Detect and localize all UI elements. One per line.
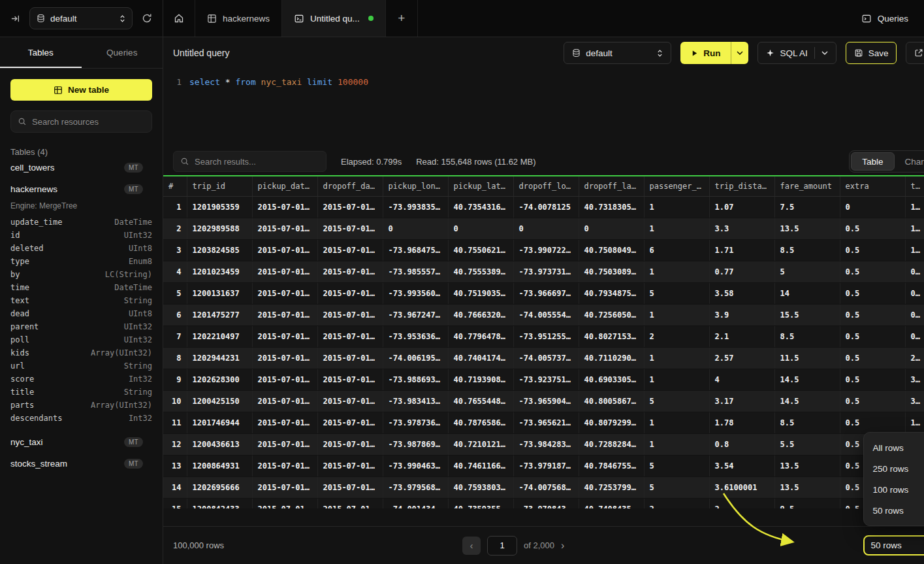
run-options-button[interactable] [731,42,748,64]
column-header[interactable]: pickup_dat… [252,176,317,196]
cell[interactable]: -73.965904… [513,390,579,412]
column-header[interactable]: dropoff_da… [317,176,383,196]
cell[interactable]: 40.7876586… [448,412,513,433]
cell[interactable]: 40.8005867… [579,390,644,412]
cell[interactable]: -73.993835… [383,196,448,218]
cell[interactable]: 0.5 [840,282,905,304]
cell[interactable]: 2015-07-01… [317,412,383,433]
sql-editor[interactable]: 1 select * from nyc_taxi limit 100000 [163,69,924,148]
cell[interactable]: 1201475277 [187,304,252,325]
save-button[interactable]: Save [846,42,897,64]
cell[interactable]: 1202989588 [187,218,252,239]
cell[interactable]: 40.7666320… [448,304,513,325]
cell[interactable]: 2015-07-01… [252,455,317,476]
cell[interactable]: 1202944231 [187,347,252,369]
cell[interactable]: 0.5 [840,347,905,369]
query-database-selector[interactable]: default [564,42,671,64]
cell[interactable]: 2015-07-01… [317,369,383,390]
cell[interactable]: -73.923751… [513,369,579,390]
column-header[interactable]: fare_amount [774,176,840,196]
cell[interactable]: 40.6903305… [579,369,644,390]
cell[interactable]: 6 [644,239,709,261]
cell[interactable]: 2015-07-01… [252,325,317,347]
cell[interactable]: 2015-07-01… [317,476,383,498]
cell[interactable]: 2 [644,325,709,347]
cell[interactable]: 3… [905,369,924,390]
database-selector[interactable]: default [29,7,133,29]
cell[interactable]: 40.7519035… [448,282,513,304]
cell[interactable]: 8.5 [774,325,840,347]
cell[interactable]: 1… [905,218,924,239]
cell[interactable]: 0 [448,218,513,239]
rows-per-page-select[interactable]: 50 rows [863,535,924,556]
cell[interactable]: 2.1 [709,325,774,347]
cell[interactable]: 2015-07-01… [317,304,383,325]
cell[interactable]: -73.988693… [383,369,448,390]
cell[interactable]: 1 [644,304,709,325]
cell[interactable]: 2015-07-01… [252,282,317,304]
cell[interactable]: 0 [579,218,644,239]
cell[interactable]: 0.5 [840,218,905,239]
cell[interactable]: 2015-07-01… [252,347,317,369]
cell[interactable]: 5 [644,455,709,476]
cell[interactable]: -73.951255… [513,325,579,347]
sidebar-item-nyc-taxi[interactable]: nyc_taxi MT [10,431,152,453]
cell[interactable]: 0 [383,218,448,239]
cell[interactable]: -74.005737… [513,347,579,369]
cell[interactable]: 1 [644,218,709,239]
cell[interactable]: 1 [644,412,709,433]
cell[interactable]: 4 [709,369,774,390]
cell[interactable]: 3.6100001 [709,476,774,498]
cell[interactable]: 2015-07-01… [317,325,383,347]
cell[interactable]: -73.978736… [383,412,448,433]
cell[interactable]: -73.967247… [383,304,448,325]
new-table-button[interactable]: New table [10,79,152,101]
cell[interactable]: 40.7318305… [579,196,644,218]
cell[interactable]: 40.7555389… [448,261,513,282]
cell[interactable]: 1202695666 [187,476,252,498]
cell[interactable]: -73.987869… [383,433,448,455]
cell[interactable]: -73.993560… [383,282,448,304]
cell[interactable]: 40.7550621… [448,239,513,261]
cell[interactable]: 2015-07-01… [252,369,317,390]
column-header[interactable]: dropoff_la… [579,176,644,196]
cell[interactable]: 5 [644,476,709,498]
cell[interactable]: 3.54 [709,455,774,476]
cell[interactable]: 0 [513,218,579,239]
cell[interactable]: -73.983413… [383,390,448,412]
cell[interactable]: 0.5 [840,239,905,261]
cell[interactable]: 40.7796478… [448,325,513,347]
cell[interactable]: -74.001434… [383,498,448,508]
cell[interactable]: 5 [644,390,709,412]
sidebar-item-cell-towers[interactable]: cell_towers MT [10,157,152,178]
cell[interactable]: 7.5 [774,196,840,218]
column-header[interactable]: dropoff_lo… [513,176,579,196]
cell[interactable]: 40.7593803… [448,476,513,498]
cell[interactable]: 8.5 [774,239,840,261]
cell[interactable]: 0… [905,304,924,325]
cell[interactable]: 2015-07-01… [252,304,317,325]
cell[interactable]: 2015-07-01… [252,196,317,218]
rows-per-page-option[interactable]: 250 rows [864,458,924,479]
cell[interactable]: 14.5 [774,390,840,412]
sidebar-collapse-button[interactable] [8,11,23,26]
cell[interactable]: 2… [905,347,924,369]
cell[interactable]: -74.006195… [383,347,448,369]
cell[interactable]: 2015-07-01… [252,239,317,261]
cell[interactable]: 1200842433 [187,498,252,508]
cell[interactable]: 40.7934875… [579,282,644,304]
cell[interactable]: 40.7354316… [448,196,513,218]
cell[interactable]: 2015-07-01… [317,196,383,218]
cell[interactable]: 2015-07-01… [317,390,383,412]
cell[interactable]: -74.0078125 [513,196,579,218]
cell[interactable]: 9.5 [774,498,840,508]
cell[interactable]: 40.7846755… [579,455,644,476]
cell[interactable]: 13.5 [774,218,840,239]
tab-untitled-query[interactable]: Untitled qu... [282,0,386,37]
column-header[interactable]: pickup_lon… [383,176,448,196]
cell[interactable]: 1201746944 [187,412,252,433]
cell[interactable]: 2015-07-01… [317,433,383,455]
cell[interactable]: 0 [840,196,905,218]
rows-per-page-option[interactable]: 50 rows ✓ [864,500,924,521]
cell[interactable]: 2015-07-01… [317,218,383,239]
